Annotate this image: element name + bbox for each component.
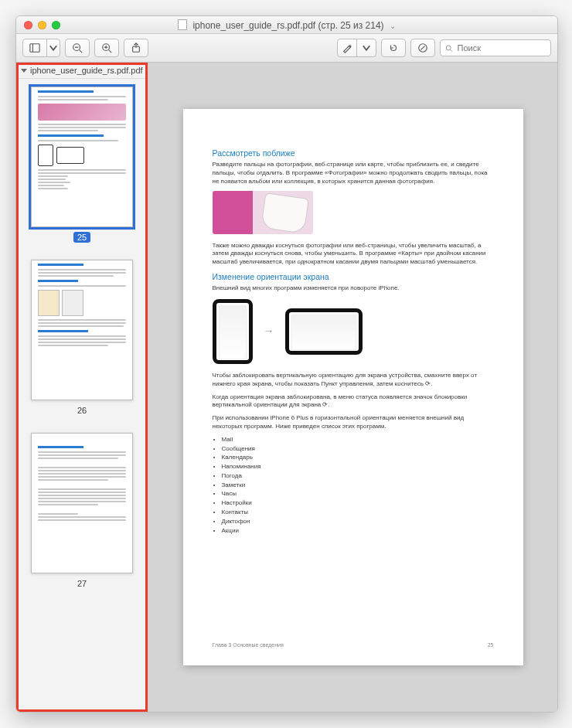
list-item: Часы [222,490,494,498]
thumbnail-list[interactable]: 25 [16,79,148,712]
list-item: Mail [222,436,494,444]
share-button[interactable] [124,39,148,57]
thumbnail-27[interactable]: 27 [27,433,137,589]
paragraph: Разведите пальцы на фотографии, веб-стра… [213,161,494,185]
thumbnail-26[interactable]: 26 [27,260,137,416]
pinch-gesture-illustration [213,191,313,234]
list-item: Заметки [222,481,494,490]
toolbar [16,34,557,63]
view-dropdown-button[interactable] [46,39,60,57]
svg-point-12 [446,45,451,49]
document-view[interactable]: ЯБЛЫК Рассмотреть поближе Разведите паль… [148,63,557,712]
pdf-page: Рассмотреть поближе Разведите пальцы на … [183,109,523,665]
search-icon [445,44,453,53]
zoom-in-button[interactable] [94,39,119,57]
phone-portrait-icon [213,299,253,364]
document-icon [178,19,187,30]
paragraph: Когда ориентация экрана заблокирована, в… [213,393,494,410]
search-field[interactable] [440,39,551,56]
list-item: Контакты [222,509,494,517]
minimize-button[interactable] [38,21,46,29]
thumbnail-page [31,260,133,400]
list-item: Сообщения [222,445,494,454]
arrow-icon: → [264,324,274,338]
markup-group [337,39,376,57]
list-item: Напоминания [222,463,494,471]
close-button[interactable] [24,21,32,29]
app-window: iphone_user_guide_rs.pdf.pdf (стр. 25 из… [15,15,558,713]
svg-line-6 [109,50,112,53]
fullscreen-button[interactable] [52,21,60,29]
paragraph: При использовании iPhone 6 Plus в горизо… [213,414,494,431]
list-item: Погода [222,472,494,481]
titlebar: iphone_user_guide_rs.pdf.pdf (стр. 25 из… [16,16,557,34]
thumbnail-sidebar: iphone_user_guide_rs.pdf.pdf [16,63,148,712]
section-heading-1: Рассмотреть поближе [213,148,494,158]
window-controls [16,21,60,29]
paragraph: Внешний вид многих программ изменяется п… [213,284,494,293]
search-input[interactable] [456,43,546,53]
thumbnail-25[interactable]: 25 [27,87,137,243]
page-footer: Глава 3 Основные сведения 25 [213,641,494,648]
thumbnail-page [31,433,133,573]
svg-line-3 [80,50,83,53]
footer-chapter: Глава 3 Основные сведения [213,641,284,648]
list-item: Настройки [222,499,494,508]
title-page-info: (стр. 25 из 214) [318,20,384,31]
rotate-button[interactable] [381,39,406,57]
list-item: Акции [222,527,494,536]
paragraph: Также можно дважды коснуться фотографии … [213,242,494,267]
chevron-down-icon: ⌄ [390,22,396,30]
thumbnail-label: 25 [73,232,90,243]
section-heading-2: Изменение ориентации экрана [213,271,494,282]
svg-line-13 [451,49,452,51]
zoom-out-button[interactable] [65,39,90,57]
annotate-button[interactable] [410,39,435,57]
paragraph: Чтобы заблокировать вертикальную ориента… [213,372,494,389]
view-mode-group [22,39,60,57]
title-filename: iphone_user_guide_rs.pdf.pdf [192,20,315,31]
sidebar-file-header[interactable]: iphone_user_guide_rs.pdf.pdf [16,63,148,79]
highlight-button[interactable] [337,39,357,57]
highlight-dropdown-button[interactable] [356,39,376,57]
disclosure-triangle-icon [21,69,27,73]
footer-page-number: 25 [488,641,494,648]
svg-rect-0 [30,44,39,53]
app-list: Mail Сообщения Календарь Напоминания Пог… [213,436,494,536]
sidebar-filename: iphone_user_guide_rs.pdf.pdf [30,66,143,75]
rotation-illustration: → [213,299,494,364]
sidebar-view-button[interactable] [22,39,47,57]
content-body: iphone_user_guide_rs.pdf.pdf [16,63,557,712]
thumbnail-label: 26 [73,405,90,416]
list-item: Диктофон [222,518,494,526]
list-item: Календарь [222,454,494,462]
window-title[interactable]: iphone_user_guide_rs.pdf.pdf (стр. 25 из… [16,19,557,31]
thumbnail-page [31,87,133,227]
thumbnail-label: 27 [73,578,90,589]
svg-point-10 [349,46,351,47]
phone-landscape-icon [285,308,363,355]
